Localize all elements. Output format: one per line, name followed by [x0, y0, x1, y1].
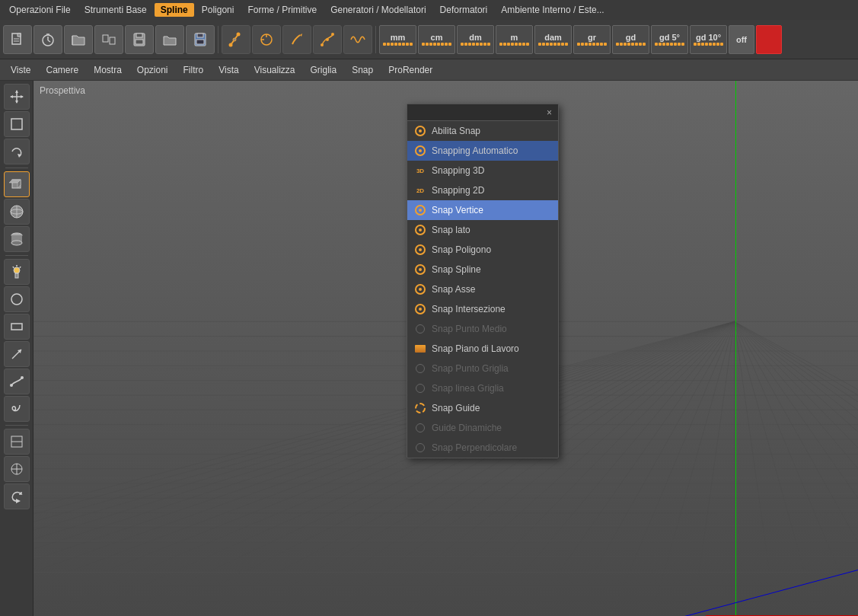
svg-point-21: [321, 43, 324, 46]
sidebar-bottom1[interactable]: [4, 429, 30, 455]
unit-gr-dots: [577, 43, 607, 46]
svg-rect-11: [136, 40, 143, 44]
menu-forme-primitive[interactable]: Forme / Primitive: [241, 3, 323, 17]
unit-dam-dots: [538, 43, 568, 46]
unit-dam-label: dam: [544, 33, 562, 42]
unit-mm[interactable]: mm: [379, 25, 416, 54]
svg-marker-57: [16, 499, 21, 503]
timer-button[interactable]: [33, 25, 62, 54]
unit-dam[interactable]: dam: [534, 25, 572, 54]
svg-marker-27: [15, 101, 18, 104]
menu-operazioni-file[interactable]: Operazioni File: [3, 3, 77, 17]
spline-pen-tool[interactable]: [222, 25, 250, 54]
spline-wave-tool[interactable]: [343, 25, 372, 54]
sidebar-rotate[interactable]: [4, 139, 30, 164]
snap-guide-icon: [413, 401, 427, 415]
menu-ambiente-interno[interactable]: Ambiente Interno / Este...: [495, 3, 610, 17]
unit-gd[interactable]: gd: [612, 25, 649, 54]
menu-deformatori[interactable]: Deformatori: [434, 3, 494, 17]
new-button[interactable]: [3, 25, 32, 54]
unit-gd10-label: gd 10°: [696, 33, 721, 42]
save-copy-button[interactable]: [125, 25, 154, 54]
sidebar-bottom3[interactable]: [4, 484, 30, 509]
unit-gr[interactable]: gr: [573, 25, 611, 54]
menu-snapping-3d[interactable]: 3D Snapping 3D: [407, 161, 558, 180]
units-bar: mm cm dm m: [379, 25, 782, 54]
menu-snapping-2d[interactable]: 2D Snapping 2D: [407, 180, 558, 200]
snap-lato-icon: [413, 223, 427, 237]
menu-snap-guide-label: Snap Guide: [432, 403, 480, 413]
svg-point-22: [326, 38, 329, 41]
sidebar-rect[interactable]: [4, 314, 30, 340]
svg-rect-8: [110, 37, 115, 44]
unit-gd10[interactable]: gd 10°: [690, 25, 727, 54]
unit-gd-dots: [616, 43, 646, 46]
unit-gd5[interactable]: gd 5°: [651, 25, 688, 54]
unit-off[interactable]: off: [729, 25, 754, 54]
open2-button[interactable]: [155, 25, 184, 54]
menu-snap-lato-label: Snap lato: [432, 225, 470, 235]
menu-snap-piano-label: Snap Piano di Lavoro: [432, 343, 519, 354]
menu-snap-guide[interactable]: Snap Guide: [407, 398, 558, 418]
sidebar-bottom2[interactable]: [4, 456, 30, 482]
view-griglia[interactable]: Griglia: [304, 62, 343, 78]
view-snap[interactable]: Snap: [346, 62, 379, 78]
snap-2d-icon: 2D: [413, 184, 427, 197]
view-camere[interactable]: Camere: [40, 62, 85, 78]
view-visualizza[interactable]: Visualizza: [248, 62, 301, 78]
view-filtro[interactable]: Filtro: [177, 62, 210, 78]
sidebar-cube[interactable]: [4, 171, 30, 197]
svg-rect-14: [196, 40, 204, 44]
menu-snap-poligono[interactable]: Snap Poligono: [407, 240, 558, 260]
menu-snap-linea-griglia-label: Snap linea Griglia: [432, 383, 504, 394]
unit-red[interactable]: [756, 25, 782, 54]
snap-abilita-icon: [413, 124, 427, 138]
view-opzioni[interactable]: Opzioni: [131, 62, 174, 78]
snap-piano-icon: [413, 342, 427, 356]
spline-compass-tool[interactable]: [252, 25, 281, 54]
merge-button[interactable]: [94, 25, 123, 54]
viewport[interactable]: Prospettiva × Abilita Snap Snapping Auto…: [33, 81, 858, 616]
sidebar-curve[interactable]: [4, 369, 30, 394]
menu-abilita-snap[interactable]: Abilita Snap: [407, 121, 558, 141]
svg-marker-28: [10, 95, 13, 98]
sidebar-sep-3: [5, 425, 28, 426]
sidebar-cylinder[interactable]: [4, 226, 30, 252]
svg-point-23: [331, 33, 334, 36]
menu-snapping-automatico[interactable]: Snapping Automatico: [407, 141, 558, 161]
menu-snap-piano[interactable]: Snap Piano di Lavoro: [407, 339, 558, 359]
save-button[interactable]: [186, 25, 215, 54]
unit-m[interactable]: m: [496, 25, 533, 54]
open-button[interactable]: [64, 25, 93, 54]
sidebar-sphere[interactable]: [4, 199, 30, 225]
view-prorender[interactable]: ProRender: [382, 62, 439, 78]
menu-close-button[interactable]: ×: [544, 106, 555, 120]
menu-snap-punto-griglia-label: Snap Punto Griglia: [432, 363, 509, 374]
menu-snap-spline[interactable]: Snap Spline: [407, 260, 558, 279]
spline-chain-tool[interactable]: [313, 25, 342, 54]
spline-brush-tool[interactable]: [282, 25, 311, 54]
menu-snap-linea-griglia: Snap linea Griglia: [407, 378, 558, 398]
toolbar-sep-1: [218, 26, 218, 53]
menu-snap-lato[interactable]: Snap lato: [407, 220, 558, 240]
snap-spline-icon: [413, 263, 427, 276]
view-viste[interactable]: Viste: [5, 62, 37, 78]
menu-generatori-modellatori[interactable]: Generatori / Modellatori: [324, 3, 432, 17]
view-vista[interactable]: Vista: [212, 62, 244, 78]
sidebar-circle[interactable]: [4, 286, 30, 312]
unit-cm[interactable]: cm: [418, 25, 455, 54]
menu-snap-vertice[interactable]: Snap Vertice: [407, 200, 558, 220]
unit-dm[interactable]: dm: [457, 25, 494, 54]
menu-snap-asse[interactable]: Snap Asse: [407, 279, 558, 299]
sidebar-light[interactable]: [4, 259, 30, 285]
menu-strumenti-base[interactable]: Strumenti Base: [78, 3, 153, 17]
sidebar-select[interactable]: [4, 111, 30, 137]
menu-snap-intersezione[interactable]: Snap Intersezione: [407, 299, 558, 319]
sidebar-arrow[interactable]: [4, 341, 30, 367]
view-mostra[interactable]: Mostra: [88, 62, 128, 78]
svg-point-46: [11, 294, 22, 305]
menu-spline[interactable]: Spline: [155, 3, 194, 17]
menu-poligoni[interactable]: Poligoni: [196, 3, 241, 17]
sidebar-move[interactable]: [4, 84, 30, 110]
sidebar-hook[interactable]: [4, 396, 30, 422]
